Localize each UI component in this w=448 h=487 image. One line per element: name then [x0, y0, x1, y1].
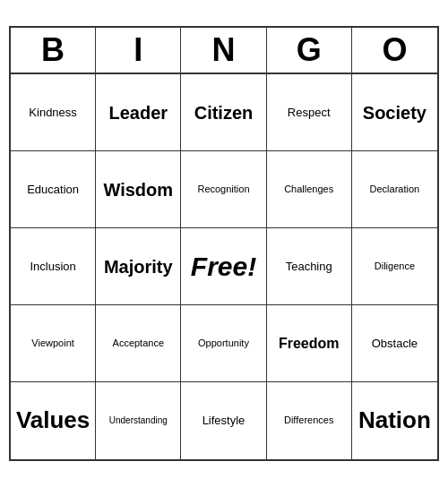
bingo-cell: Respect	[267, 74, 352, 151]
bingo-cell: Understanding	[96, 382, 181, 459]
cell-text: Lifestyle	[202, 414, 246, 428]
bingo-cell: Society	[352, 74, 437, 151]
cell-text: Values	[16, 406, 90, 434]
bingo-cell: Free!	[181, 228, 266, 305]
bingo-cell: Freedom	[267, 305, 352, 382]
cell-text: Recognition	[197, 184, 249, 195]
header-letter-o: O	[352, 28, 437, 73]
cell-text: Differences	[284, 414, 333, 426]
cell-text: Wisdom	[103, 179, 173, 201]
cell-text: Freedom	[279, 335, 340, 352]
bingo-cell: Inclusion	[11, 228, 96, 305]
bingo-cell: Declaration	[352, 151, 437, 228]
cell-text: Obstacle	[372, 337, 418, 351]
bingo-cell: Challenges	[267, 151, 352, 228]
cell-text: Diligence	[375, 261, 415, 272]
bingo-cell: Values	[11, 382, 96, 459]
bingo-cell: Diligence	[352, 228, 437, 305]
bingo-cell: Obstacle	[352, 305, 437, 382]
bingo-cell: Education	[11, 151, 96, 228]
cell-text: Free!	[191, 251, 256, 283]
cell-text: Society	[363, 102, 426, 124]
cell-text: Nation	[358, 406, 431, 434]
bingo-cell: Teaching	[267, 228, 352, 305]
bingo-cell: Acceptance	[96, 305, 181, 382]
bingo-cell: Viewpoint	[11, 305, 96, 382]
bingo-cell: Lifestyle	[181, 382, 266, 459]
bingo-cell: Kindness	[11, 74, 96, 151]
bingo-cell: Wisdom	[96, 151, 181, 228]
header-letter-b: B	[11, 28, 96, 73]
cell-text: Acceptance	[113, 337, 164, 349]
header-letter-n: N	[181, 28, 266, 73]
bingo-header: BINGO	[11, 28, 437, 74]
bingo-cell: Citizen	[181, 74, 266, 151]
cell-text: Inclusion	[30, 260, 75, 274]
cell-text: Citizen	[194, 102, 254, 124]
cell-text: Respect	[288, 106, 331, 120]
bingo-cell: Differences	[267, 382, 352, 459]
cell-text: Kindness	[29, 106, 76, 120]
bingo-cell: Opportunity	[181, 305, 266, 382]
cell-text: Majority	[104, 256, 173, 278]
cell-text: Education	[27, 183, 79, 197]
cell-text: Leader	[108, 102, 168, 124]
cell-text: Challenges	[284, 184, 333, 195]
cell-text: Teaching	[286, 260, 332, 274]
cell-text: Understanding	[109, 415, 168, 426]
bingo-cell: Leader	[96, 74, 181, 151]
cell-text: Declaration	[370, 184, 420, 195]
header-letter-g: G	[267, 28, 352, 73]
bingo-cell: Majority	[96, 228, 181, 305]
bingo-cell: Recognition	[181, 151, 266, 228]
cell-text: Viewpoint	[31, 337, 74, 349]
bingo-cell: Nation	[352, 382, 437, 459]
bingo-card: BINGO KindnessLeaderCitizenRespectSociet…	[9, 26, 439, 461]
header-letter-i: I	[96, 28, 181, 73]
cell-text: Opportunity	[198, 337, 249, 349]
bingo-grid: KindnessLeaderCitizenRespectSocietyEduca…	[11, 74, 437, 459]
